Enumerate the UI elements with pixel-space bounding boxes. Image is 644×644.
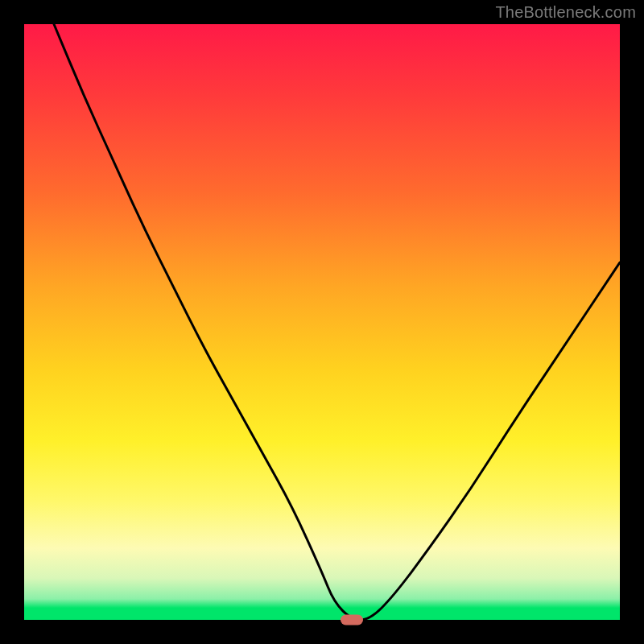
curve-path [54, 24, 620, 620]
attribution-label: TheBottleneck.com [495, 3, 636, 22]
plot-area [24, 24, 620, 620]
bottleneck-curve [24, 24, 620, 620]
chart-frame: TheBottleneck.com [0, 0, 644, 644]
optimum-marker [341, 615, 363, 625]
